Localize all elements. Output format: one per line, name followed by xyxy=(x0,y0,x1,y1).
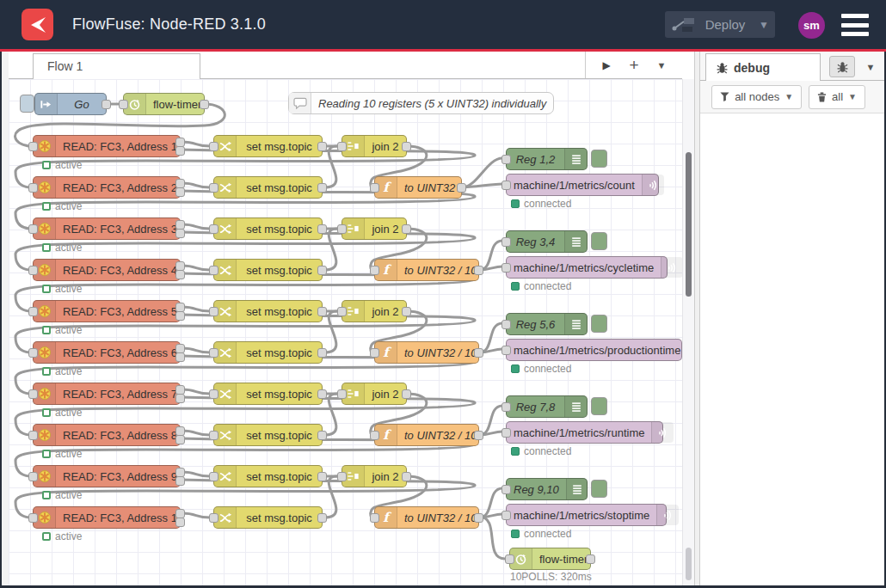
output-port[interactable] xyxy=(402,389,411,399)
output-port[interactable] xyxy=(586,554,595,564)
node-debug-5[interactable]: Reg 9,10 xyxy=(506,478,588,500)
node-debug-3[interactable]: Reg 5,6 xyxy=(506,313,588,335)
input-port[interactable] xyxy=(209,183,218,193)
node-read-7[interactable]: READ: FC3, Address 7 xyxy=(33,383,181,405)
input-port[interactable] xyxy=(28,266,38,275)
input-port[interactable] xyxy=(501,402,511,412)
debug-clear-button[interactable]: all ▼ xyxy=(809,85,865,109)
node-func-2[interactable]: fto UINT32 / 100 xyxy=(374,259,479,281)
input-port[interactable] xyxy=(28,431,38,440)
node-read-6[interactable]: READ: FC3, Address 6 xyxy=(33,341,181,364)
input-port[interactable] xyxy=(501,428,511,438)
input-port[interactable] xyxy=(209,224,218,234)
input-port[interactable] xyxy=(28,513,38,523)
output-port[interactable] xyxy=(402,307,411,316)
input-port[interactable] xyxy=(501,155,511,164)
output-port[interactable] xyxy=(175,311,185,321)
debug-toggle-button[interactable] xyxy=(591,480,607,498)
node-read-5[interactable]: READ: FC3, Address 5 xyxy=(33,300,181,322)
input-port[interactable] xyxy=(209,472,218,481)
input-port[interactable] xyxy=(28,348,38,358)
add-flow-button[interactable]: + xyxy=(622,54,646,77)
node-set-topic-3[interactable]: set msg.topic xyxy=(213,217,323,240)
input-port[interactable] xyxy=(209,389,218,399)
input-port[interactable] xyxy=(505,554,514,564)
input-port[interactable] xyxy=(337,224,347,234)
sidebar-splitter[interactable] xyxy=(694,52,700,585)
output-port[interactable] xyxy=(175,187,185,197)
input-port[interactable] xyxy=(501,346,511,355)
sidebar-chevron-icon[interactable]: ▼ xyxy=(862,58,879,76)
node-read-4[interactable]: READ: FC3, Address 4 xyxy=(33,259,181,281)
node-set-topic-2[interactable]: set msg.topic xyxy=(213,176,323,199)
output-port[interactable] xyxy=(317,513,327,523)
input-port[interactable] xyxy=(209,348,218,358)
node-set-topic-8[interactable]: set msg.topic xyxy=(213,424,323,446)
node-inject-go[interactable]: Go xyxy=(34,93,107,115)
tab-debug[interactable]: debug xyxy=(705,53,821,81)
debug-toggle-button[interactable] xyxy=(591,150,607,168)
node-set-topic-5[interactable]: set msg.topic xyxy=(213,300,323,322)
flow-list-chevron-icon[interactable]: ▼ xyxy=(649,54,674,77)
output-port[interactable] xyxy=(474,431,483,440)
input-port[interactable] xyxy=(28,183,38,193)
output-port[interactable] xyxy=(317,389,327,399)
output-port[interactable] xyxy=(102,100,111,109)
node-debug-2[interactable]: Reg 3,4 xyxy=(506,230,588,253)
debug-filter-button[interactable]: all nodes ▼ xyxy=(711,85,802,109)
input-port[interactable] xyxy=(337,472,347,481)
node-set-topic-4[interactable]: set msg.topic xyxy=(213,259,323,281)
input-port[interactable] xyxy=(370,266,379,275)
debug-message-list[interactable] xyxy=(700,113,884,585)
flowfuse-logo-icon[interactable] xyxy=(22,9,53,40)
output-port[interactable] xyxy=(175,476,185,486)
output-port[interactable] xyxy=(317,142,327,151)
scrollbar-thumb[interactable] xyxy=(686,152,692,297)
node-func-3[interactable]: fto UINT32 / 100 xyxy=(374,341,479,364)
input-port[interactable] xyxy=(370,431,379,440)
input-port[interactable] xyxy=(501,237,511,247)
node-set-topic-7[interactable]: set msg.topic xyxy=(213,383,323,405)
input-port[interactable] xyxy=(370,183,379,193)
output-port[interactable] xyxy=(457,183,466,193)
node-join-1[interactable]: join 2 xyxy=(341,135,407,157)
output-port[interactable] xyxy=(317,472,327,481)
node-comment[interactable]: Reading 10 registers (5 x UINT32) indivi… xyxy=(288,92,554,114)
input-port[interactable] xyxy=(337,307,347,316)
node-set-topic-1[interactable]: set msg.topic xyxy=(213,135,323,157)
node-join-2[interactable]: join 2 xyxy=(341,217,407,240)
node-mqtt-3[interactable]: machine/1/metrics/productiontime xyxy=(506,339,682,361)
node-flow-timer-bottom[interactable]: flow-timer xyxy=(509,548,591,570)
input-port[interactable] xyxy=(337,389,347,399)
node-read-9[interactable]: READ: FC3, Address 9 xyxy=(33,465,181,487)
output-port[interactable] xyxy=(402,472,411,481)
output-port[interactable] xyxy=(175,146,185,156)
inject-button[interactable] xyxy=(20,95,34,113)
node-mqtt-1[interactable]: machine/1/metrics/count xyxy=(506,174,659,196)
output-port[interactable] xyxy=(175,435,185,444)
output-port[interactable] xyxy=(200,100,209,109)
output-port[interactable] xyxy=(317,183,327,193)
debug-toggle-button[interactable] xyxy=(591,397,607,415)
node-join-4[interactable]: join 2 xyxy=(341,383,407,405)
node-debug-4[interactable]: Reg 7,8 xyxy=(506,395,588,418)
output-port[interactable] xyxy=(474,348,483,358)
node-read-1[interactable]: READ: FC3, Address 1 xyxy=(33,135,181,157)
output-port[interactable] xyxy=(317,307,327,316)
node-mqtt-2[interactable]: machine/1/metrics/cycletime xyxy=(506,256,668,279)
node-set-topic-6[interactable]: set msg.topic xyxy=(213,341,323,364)
deploy-chevron-icon[interactable]: ▼ xyxy=(753,19,775,31)
input-port[interactable] xyxy=(28,307,38,316)
input-port[interactable] xyxy=(28,389,38,399)
node-func-1[interactable]: fto UINT32 xyxy=(374,176,462,199)
input-port[interactable] xyxy=(337,142,347,151)
input-port[interactable] xyxy=(370,348,379,358)
input-port[interactable] xyxy=(501,263,511,273)
canvas-vertical-scrollbar[interactable] xyxy=(682,79,694,585)
output-port[interactable] xyxy=(175,229,185,238)
input-port[interactable] xyxy=(209,142,218,151)
input-port[interactable] xyxy=(501,485,511,494)
input-port[interactable] xyxy=(209,431,218,440)
output-port[interactable] xyxy=(402,224,411,234)
debug-sidebar-button[interactable] xyxy=(829,56,855,77)
